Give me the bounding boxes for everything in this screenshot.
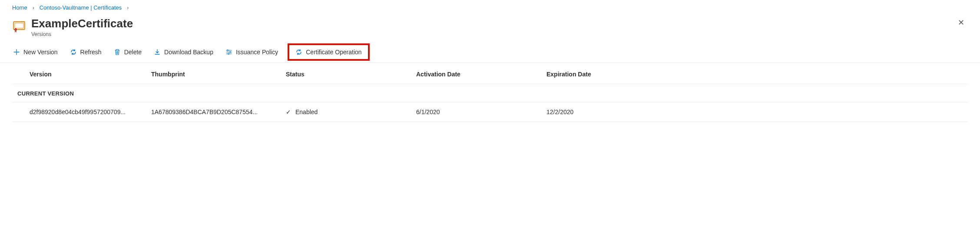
- download-icon: [154, 49, 161, 56]
- sliders-icon: [225, 49, 232, 56]
- certificate-icon: [12, 20, 26, 33]
- issuance-policy-label: Issuance Policy: [236, 49, 278, 56]
- cell-version: d2f98920d8e04cb49f9957200709...: [30, 108, 151, 115]
- page-subtitle: Versions: [31, 31, 133, 37]
- svg-point-5: [228, 53, 229, 55]
- cell-expiration: 12/2/2020: [546, 108, 968, 115]
- col-header-status[interactable]: Status: [286, 71, 416, 78]
- chevron-right-icon: ›: [127, 5, 129, 11]
- col-header-thumbprint[interactable]: Thumbprint: [151, 71, 286, 78]
- breadcrumb-vault[interactable]: Contoso-Vaultname | Certificates: [40, 4, 122, 11]
- cell-status: Enabled: [295, 108, 318, 115]
- download-backup-label: Download Backup: [164, 49, 213, 56]
- toolbar: New Version Refresh Delete Download Back…: [0, 38, 980, 63]
- refresh-label: Refresh: [80, 49, 102, 56]
- table-header-row: Version Thumbprint Status Activation Dat…: [12, 63, 968, 84]
- close-button[interactable]: ✕: [954, 17, 968, 28]
- col-header-activation[interactable]: Activation Date: [416, 71, 546, 78]
- check-icon: ✓: [286, 108, 291, 115]
- col-header-version[interactable]: Version: [30, 71, 151, 78]
- new-version-button[interactable]: New Version: [12, 47, 59, 57]
- new-version-label: New Version: [23, 49, 58, 56]
- refresh-icon: [295, 49, 302, 56]
- table-row[interactable]: d2f98920d8e04cb49f9957200709... 1A678093…: [12, 102, 968, 122]
- section-current-version: CURRENT VERSION: [12, 84, 968, 102]
- page-title: ExampleCertificate: [31, 17, 133, 30]
- svg-rect-1: [15, 23, 23, 28]
- col-header-expiration[interactable]: Expiration Date: [546, 71, 968, 78]
- download-backup-button[interactable]: Download Backup: [153, 47, 214, 57]
- delete-label: Delete: [124, 49, 142, 56]
- certificate-operation-label: Certificate Operation: [306, 49, 361, 56]
- cell-activation: 6/1/2020: [416, 108, 546, 115]
- issuance-policy-button[interactable]: Issuance Policy: [225, 47, 279, 57]
- svg-point-3: [227, 50, 228, 51]
- refresh-icon: [70, 49, 77, 56]
- refresh-button[interactable]: Refresh: [69, 47, 103, 57]
- plus-icon: [13, 49, 20, 56]
- breadcrumb: Home › Contoso-Vaultname | Certificates …: [0, 0, 980, 14]
- chevron-right-icon: ›: [33, 5, 34, 11]
- certificate-operation-button[interactable]: Certificate Operation: [288, 43, 369, 61]
- svg-point-4: [230, 52, 231, 53]
- page-header: ExampleCertificate Versions ✕: [0, 14, 980, 38]
- delete-button[interactable]: Delete: [113, 47, 142, 57]
- versions-table: Version Thumbprint Status Activation Dat…: [0, 63, 980, 122]
- breadcrumb-home[interactable]: Home: [12, 4, 27, 11]
- cell-thumbprint: 1A67809386D4BCA7B9D205C87554...: [151, 108, 286, 115]
- trash-icon: [114, 49, 121, 56]
